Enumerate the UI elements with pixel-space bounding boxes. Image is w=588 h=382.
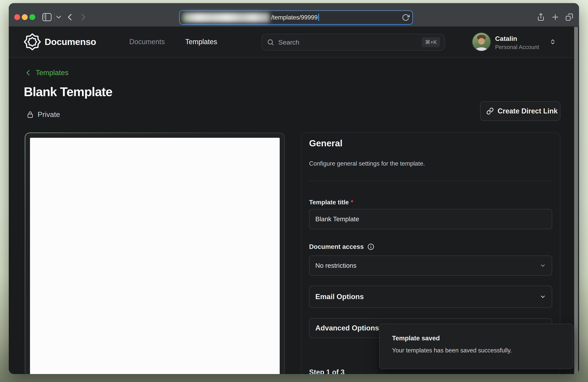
account-name: Catalin	[495, 35, 517, 42]
email-options-label: Email Options	[315, 293, 364, 301]
url-path: /templates/99999	[271, 11, 319, 24]
nav-templates[interactable]: Templates	[185, 38, 217, 46]
panel-description: Configure general settings for the templ…	[309, 160, 425, 167]
document-access-select[interactable]: No restrictions	[309, 255, 552, 276]
document-access-label-row: Document access	[309, 243, 374, 250]
search-input[interactable]: Search ⌘+K	[262, 34, 445, 51]
link-icon	[486, 107, 494, 115]
browser-toolbar: /templates/99999	[9, 3, 579, 27]
chevron-down-icon	[540, 263, 546, 269]
toast-notification[interactable]: Template saved Your templates has been s…	[379, 324, 573, 369]
chevron-left-icon[interactable]	[25, 70, 31, 76]
pdf-page[interactable]	[30, 138, 280, 374]
zoom-window-button[interactable]	[29, 14, 35, 20]
new-tab-icon[interactable]	[550, 12, 560, 22]
share-icon[interactable]	[536, 12, 546, 22]
search-shortcut-badge: ⌘+K	[422, 37, 440, 47]
create-direct-link-button[interactable]: Create Direct Link	[480, 101, 560, 121]
browser-window: /templates/99999	[9, 3, 579, 374]
required-asterisk: *	[351, 199, 353, 206]
header-divider	[9, 57, 579, 57]
document-access-value: No restrictions	[315, 262, 357, 269]
back-button[interactable]	[65, 12, 75, 22]
scrollbar[interactable]	[574, 27, 578, 374]
brand-name[interactable]: Documenso	[45, 36, 96, 48]
toast-message: Your templates has been saved successful…	[392, 347, 512, 354]
document-access-label: Document access	[309, 243, 364, 250]
info-icon[interactable]	[367, 243, 374, 250]
avatar[interactable]	[473, 33, 490, 51]
page-title: Blank Template	[24, 84, 112, 99]
sidebar-toggle-icon[interactable]	[42, 12, 52, 22]
text-cursor	[318, 14, 319, 21]
toast-title: Template saved	[392, 335, 440, 342]
template-title-input[interactable]	[309, 209, 552, 229]
advanced-options-label: Advanced Options	[315, 324, 379, 332]
nav-documents[interactable]: Documents	[129, 38, 165, 46]
close-window-button[interactable]	[14, 14, 20, 20]
toolbar-divider	[54, 13, 55, 21]
account-selector-icon[interactable]	[549, 38, 556, 45]
panel-heading: General	[309, 138, 342, 149]
template-title-label: Template title*	[309, 199, 353, 206]
reload-icon[interactable]	[402, 14, 410, 21]
lock-icon	[27, 111, 34, 118]
panel-divider	[309, 181, 552, 181]
chevron-down-icon[interactable]	[55, 12, 62, 22]
email-options-toggle[interactable]: Email Options	[309, 286, 552, 308]
document-preview-card	[25, 133, 285, 374]
redacted-domain	[182, 12, 270, 22]
document-preview-inner	[25, 133, 284, 374]
template-title-label-text: Template title	[309, 199, 349, 206]
create-direct-link-label: Create Direct Link	[498, 107, 558, 115]
tab-overview-icon[interactable]	[564, 12, 574, 22]
chevron-down-icon	[540, 294, 546, 300]
forward-button[interactable]	[78, 12, 88, 22]
visibility-label: Private	[38, 110, 60, 119]
account-type: Personal Account	[495, 44, 539, 50]
minimize-window-button[interactable]	[22, 14, 28, 20]
address-bar[interactable]: /templates/99999	[179, 10, 413, 25]
step-indicator: Step 1 of 3	[309, 368, 345, 374]
documenso-logo-icon[interactable]	[23, 33, 41, 51]
search-placeholder: Search	[278, 34, 299, 50]
search-icon	[267, 39, 274, 46]
breadcrumb[interactable]: Templates	[36, 69, 68, 77]
url-path-text: /templates/99999	[271, 14, 318, 21]
